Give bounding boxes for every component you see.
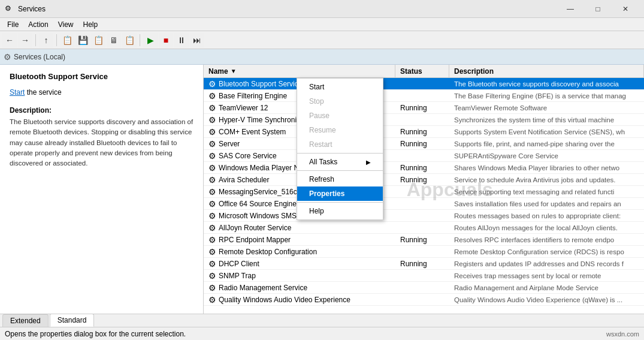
- service-gear-icon: ⚙: [208, 259, 216, 269]
- service-name-text: Server: [219, 140, 240, 148]
- tab-extended[interactable]: Extended: [2, 314, 49, 327]
- context-menu-item-label: Resume: [309, 126, 336, 134]
- service-status-cell: Running: [395, 258, 449, 269]
- context-menu-item-label: Refresh: [309, 175, 334, 183]
- service-row[interactable]: ⚙Quality Windows Audio Video ExperienceQ…: [204, 294, 644, 306]
- column-description[interactable]: Description: [449, 65, 644, 77]
- service-row[interactable]: ⚙Office 64 Source EngineSaves installati…: [204, 198, 644, 210]
- context-menu-item-label: Start: [309, 83, 324, 91]
- service-row[interactable]: ⚙MessagingService_516ccService supportin…: [204, 186, 644, 198]
- play-button[interactable]: ▶: [143, 33, 158, 47]
- service-gear-icon: ⚙: [208, 103, 216, 113]
- service-row[interactable]: ⚙SNMP TrapReceives trap messages sent by…: [204, 270, 644, 282]
- context-menu-item-label: Restart: [309, 140, 332, 149]
- view-button[interactable]: 🖥: [107, 33, 121, 47]
- service-name-text: Bluetooth Support Service: [219, 80, 302, 88]
- link-suffix: the service: [25, 88, 61, 97]
- column-status[interactable]: Status: [395, 65, 449, 77]
- service-status-cell: Running: [395, 174, 449, 185]
- service-row[interactable]: ⚙Microsoft Windows SMS Ro...Routes messa…: [204, 210, 644, 222]
- back-button[interactable]: ←: [2, 33, 17, 47]
- context-menu-item-properties[interactable]: Properties: [297, 186, 383, 201]
- service-status-cell: Running: [395, 234, 449, 245]
- service-gear-icon: ⚙: [208, 283, 216, 293]
- pause-button[interactable]: ⏸: [174, 33, 189, 47]
- context-menu-item-label: Help: [309, 207, 324, 215]
- title-bar-controls: — □ ✕: [557, 0, 639, 18]
- main-container: Bluetooth Support Service Start the serv…: [0, 65, 644, 314]
- service-row[interactable]: ⚙Avira SchedulerRunningService to schedu…: [204, 174, 644, 186]
- context-menu-item-start[interactable]: Start: [297, 80, 383, 94]
- context-menu-item-help[interactable]: Help: [297, 204, 383, 218]
- service-row[interactable]: ⚙SAS Core ServiceSUPERAntiSpyware Core S…: [204, 150, 644, 162]
- service-row[interactable]: ⚙Hyper-V Time Synchronizati...Synchroniz…: [204, 114, 644, 126]
- service-row[interactable]: ⚙Radio Management ServiceRadio Managemen…: [204, 282, 644, 294]
- minimize-button[interactable]: —: [557, 0, 584, 18]
- stop-button[interactable]: ■: [159, 33, 173, 47]
- service-row[interactable]: ⚙Remote Desktop ConfigurationRemote Desk…: [204, 246, 644, 258]
- service-gear-icon: ⚙: [208, 175, 216, 185]
- service-status-cell: [395, 210, 449, 221]
- context-menu-item-pause: Pause: [297, 109, 383, 123]
- filter-button[interactable]: 📋: [122, 33, 137, 47]
- service-row[interactable]: ⚙Windows Media Player Netw...RunningShar…: [204, 162, 644, 174]
- help-toolbar-button[interactable]: 📋: [91, 33, 105, 47]
- service-gear-icon: ⚙: [208, 199, 216, 209]
- context-menu-item-label: Pause: [309, 112, 329, 120]
- list-header: Name ▼ Status Description: [204, 65, 644, 78]
- service-name-cell: ⚙AllJoyn Router Service: [204, 222, 395, 233]
- service-status-cell: [395, 150, 449, 161]
- menu-view[interactable]: View: [53, 19, 78, 30]
- service-name-cell: ⚙Remote Desktop Configuration: [204, 246, 395, 257]
- service-desc-cell: Quality Windows Audio Video Experience (…: [449, 294, 644, 305]
- context-menu-item-all-tasks[interactable]: All Tasks▶: [297, 155, 383, 169]
- menu-action[interactable]: Action: [23, 19, 53, 30]
- service-row[interactable]: ⚙TeamViewer 12RunningTeamViewer Remote S…: [204, 102, 644, 114]
- service-name-text: Base Filtering Engine: [219, 92, 287, 100]
- close-button[interactable]: ✕: [612, 0, 639, 18]
- service-desc-cell: Registers and updates IP addresses and D…: [449, 258, 644, 269]
- service-gear-icon: ⚙: [208, 187, 216, 197]
- show-hide-button[interactable]: 📋: [60, 33, 74, 47]
- toolbar-sep-1: [35, 34, 36, 46]
- service-status-cell: Running: [395, 126, 449, 137]
- submenu-arrow-icon: ▶: [366, 159, 371, 166]
- service-name-text: SNMP Trap: [219, 272, 256, 280]
- tab-standard[interactable]: Standard: [50, 314, 95, 327]
- service-row[interactable]: ⚙COM+ Event SystemRunningSupports System…: [204, 126, 644, 138]
- service-name-text: TeamViewer 12: [219, 104, 268, 112]
- service-gear-icon: ⚙: [208, 127, 216, 137]
- context-menu-separator: [297, 202, 383, 203]
- service-name-cell: ⚙Quality Windows Audio Video Experience: [204, 294, 395, 305]
- service-name-text: COM+ Event System: [219, 128, 286, 136]
- service-row[interactable]: ⚙ServerRunningSupports file, print, and …: [204, 138, 644, 150]
- service-name-text: AllJoyn Router Service: [219, 224, 291, 232]
- menu-file[interactable]: File: [2, 19, 23, 30]
- service-row[interactable]: ⚙Bluetooth Support ServiceThe Bluetooth …: [204, 78, 644, 90]
- services-list[interactable]: ⚙Bluetooth Support ServiceThe Bluetooth …: [204, 78, 644, 314]
- service-desc-cell: Synchronizes the system time of this vir…: [449, 114, 644, 125]
- service-row[interactable]: ⚙RPC Endpoint MapperRunningResolves RPC …: [204, 234, 644, 246]
- right-panel: Name ▼ Status Description ⚙Bluetooth Sup…: [204, 65, 644, 314]
- service-gear-icon: ⚙: [208, 79, 216, 89]
- service-status-cell: [395, 186, 449, 197]
- menu-help[interactable]: Help: [78, 19, 103, 30]
- service-row[interactable]: ⚙Base Filtering EngineThe Base Filtering…: [204, 90, 644, 102]
- service-desc-cell: Supports System Event Notification Servi…: [449, 126, 644, 137]
- start-service-link[interactable]: Start: [10, 88, 25, 97]
- column-name[interactable]: Name ▼: [204, 65, 395, 77]
- restart-button[interactable]: ⏭: [190, 33, 204, 47]
- service-row[interactable]: ⚙DHCP ClientRunningRegisters and updates…: [204, 258, 644, 270]
- service-row[interactable]: ⚙AllJoyn Router ServiceRoutes AllJoyn me…: [204, 222, 644, 234]
- maximize-button[interactable]: □: [584, 0, 612, 18]
- selected-service-title: Bluetooth Support Service: [10, 72, 193, 81]
- context-menu-item-label: All Tasks: [309, 158, 337, 166]
- service-name-text: Office 64 Source Engine: [219, 200, 297, 208]
- context-menu-item-refresh[interactable]: Refresh: [297, 172, 383, 186]
- export-button[interactable]: 💾: [75, 33, 90, 47]
- up-button[interactable]: ↑: [39, 33, 53, 47]
- service-name-text: Radio Management Service: [219, 284, 307, 292]
- toolbar-sep-2: [56, 34, 57, 46]
- forward-button[interactable]: →: [18, 33, 32, 47]
- service-name-text: Remote Desktop Configuration: [219, 248, 317, 256]
